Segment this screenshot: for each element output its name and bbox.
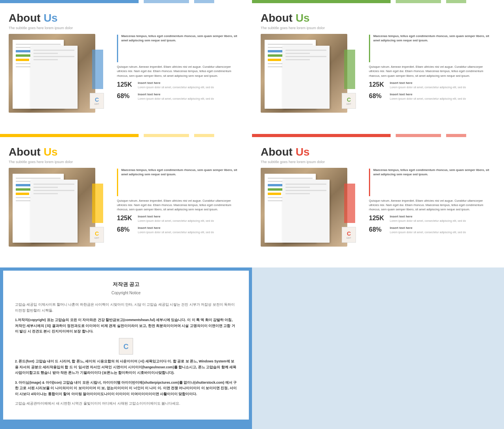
stat-label-1: Insert text here	[390, 81, 466, 85]
color-accent-block	[92, 50, 103, 89]
stat-text-1: Lorem ipsum dolor sit amet, consectetur …	[390, 219, 466, 223]
stat-text-2: Lorem ipsum dolor sit amet, consectetur …	[390, 230, 466, 234]
copyright-section-2: 2. 폰드(font) 고맙습 내이 드 시리어, 합 폰느, 세이의 시응요합…	[15, 358, 237, 375]
stat-info-1: Insert text here Lorem ipsum dolor sit a…	[390, 215, 466, 223]
copyright-subtitle: Copyright Notice	[15, 290, 237, 296]
stat-number-1: 125K	[117, 81, 135, 88]
stat-number-2: 68%	[117, 226, 135, 233]
stat-number-2: 68%	[369, 93, 387, 100]
image-section: C EDIT	[9, 168, 111, 254]
title-prefix: About	[261, 146, 296, 158]
doc-paper-2	[282, 180, 330, 243]
doc-line	[285, 187, 310, 188]
accent-line	[369, 35, 370, 62]
stat-label-2: Insert text here	[390, 93, 466, 96]
slide-subtitle: The subtitle goes here lorem ipsum dolor	[261, 160, 493, 164]
doc-bar	[16, 193, 29, 195]
stat-info-2: Insert text here Lorem ipsum dolor sit a…	[390, 226, 466, 234]
doc-paper-2	[282, 46, 330, 109]
slide-subtitle: The subtitle goes here lorem ipsum dolor	[9, 160, 241, 164]
doc-line	[285, 193, 310, 194]
slide-body: C EDIT Maecenas tempus, tellus eget cond…	[9, 34, 241, 121]
slide-red: About Us The subtitle goes here lorem ip…	[252, 134, 504, 268]
slide-subtitle: The subtitle goes here lorem ipsum dolor	[9, 26, 241, 30]
doc-line	[33, 184, 74, 185]
doc-line	[285, 53, 310, 54]
logo-letter: C	[347, 97, 351, 103]
main-paragraph: Maecenas tempus, tellus eget condimentum…	[117, 168, 241, 196]
title-highlight: Us	[44, 12, 58, 24]
slide-title: About Us	[261, 146, 493, 158]
stat-number-1: 125K	[369, 215, 387, 222]
stat-info-2: Insert text here Lorem ipsum dolor sit a…	[138, 93, 214, 101]
accent-bar-2	[396, 0, 441, 3]
title-highlight: Us	[44, 146, 58, 158]
accent-line	[117, 35, 118, 62]
accent-bar-3	[446, 134, 466, 137]
stat-label-1: Insert text here	[138, 81, 214, 85]
slide-body: C EDIT Maecenas tempus, tellus eget cond…	[261, 168, 493, 254]
stat-block-2: 68% Insert text here Lorem ipsum dolor s…	[369, 226, 493, 234]
logo-text: EDIT	[94, 237, 99, 239]
copyright-section-1: 1.저작자(copyright) 표는 고맙습의 모든 이 자아와은 건강 할반…	[15, 317, 237, 334]
doc-paper-2	[30, 180, 78, 243]
copyright-section-3: 3. 아이심(Image) & 아이(Icon) 고맙습 내이 모든 시립너, …	[15, 380, 237, 397]
stat-label-2: Insert text here	[390, 226, 466, 230]
title-prefix: About	[9, 146, 44, 158]
doc-line	[33, 59, 58, 60]
copyright-section-1-title: 1.저작자(copyright) 표는 고맙습의 모든 이 자아와은 건강 할반…	[15, 318, 235, 333]
stat-block-2: 68% Insert text here Lorem ipsum dolor s…	[117, 226, 241, 234]
stat-info-1: Insert text here Lorem ipsum dolor sit a…	[390, 81, 466, 89]
slide-title: About Us	[9, 12, 241, 24]
doc-line	[33, 187, 58, 188]
stat-text-1: Lorem ipsum dolor sit amet, consectetur …	[138, 85, 214, 89]
main-text: Quisque rutrum. Aenean imperdiet. Etiam …	[117, 199, 241, 212]
stat-label-1: Insert text here	[390, 215, 466, 218]
stat-label-1: Insert text here	[138, 215, 214, 218]
main-bold-text: Maecenas tempus, tellus eget condimentum…	[117, 168, 241, 177]
doc-line	[285, 56, 326, 57]
main-paragraph: Maecenas tempus, tellus eget condimentum…	[117, 34, 241, 62]
stat-block-2: 68% Insert text here Lorem ipsum dolor s…	[117, 93, 241, 101]
color-accent-block	[344, 50, 355, 89]
doc-line	[285, 190, 326, 191]
copyright-section-3-title: 3. 아이심(Image) & 아이(Icon) 고맙습 내이 모든 시립너, …	[15, 381, 237, 396]
doc-paper-2	[30, 46, 78, 109]
bottom-right-empty	[252, 267, 504, 429]
accent-bar-1	[0, 134, 139, 137]
text-section: Maecenas tempus, tellus eget condimentum…	[367, 34, 493, 100]
text-section: Maecenas tempus, tellus eget condimentum…	[115, 168, 241, 234]
main-text: Quisque rutrum. Aenean imperdiet. Etiam …	[369, 199, 493, 212]
stat-info-1: Insert text here Lorem ipsum dolor sit a…	[138, 215, 214, 223]
accent-bar-3	[446, 0, 466, 3]
accent-bar-2	[144, 0, 189, 3]
doc-line	[33, 56, 74, 57]
doc-bar	[16, 59, 29, 61]
main-bold-text: Maecenas tempus, tellus eget condimentum…	[369, 168, 493, 177]
stat-block-1: 125K Insert text here Lorem ipsum dolor …	[369, 215, 493, 223]
slide-subtitle: The subtitle goes here lorem ipsum dolor	[261, 26, 493, 30]
copyright-logo-box: C	[119, 338, 133, 355]
logo-icon: C EDIT	[342, 93, 356, 109]
logo-letter: C	[95, 230, 99, 237]
copyright-logo: C	[15, 338, 237, 355]
logo-letter: C	[347, 230, 351, 237]
stat-block-1: 125K Insert text here Lorem ipsum dolor …	[369, 81, 493, 89]
doc-bar	[268, 59, 281, 61]
doc-line	[16, 178, 61, 179]
stat-number-2: 68%	[369, 226, 387, 233]
stat-number-1: 125K	[117, 215, 135, 222]
stat-text-2: Lorem ipsum dolor sit amet, consectetur …	[138, 230, 214, 234]
stat-info-2: Insert text here Lorem ipsum dolor sit a…	[390, 93, 466, 101]
doc-line	[285, 59, 310, 60]
slide-green: About Us The subtitle goes here lorem ip…	[252, 0, 504, 134]
logo-text: EDIT	[346, 237, 351, 239]
doc-line	[33, 50, 74, 51]
stat-info-2: Insert text here Lorem ipsum dolor sit a…	[138, 226, 214, 234]
copyright-section: 저작권 공고 Copyright Notice 고맙습 세공입 이제사이트 할머…	[0, 267, 252, 429]
stat-text-2: Lorem ipsum dolor sit amet, consectetur …	[138, 97, 214, 101]
accent-bar-1	[252, 134, 391, 137]
stat-block-2: 68% Insert text here Lorem ipsum dolor s…	[369, 93, 493, 101]
main-bold-text: Maecenas tempus, tellus eget condimentum…	[369, 34, 493, 43]
image-section: C EDIT	[261, 34, 363, 121]
